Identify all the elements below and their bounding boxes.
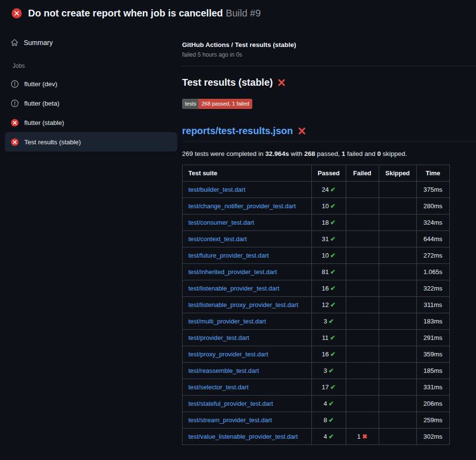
test-suite-link[interactable]: test/multi_provider_test.dart	[188, 318, 266, 325]
report-body: Test results (stable) tests 268 passed, …	[182, 77, 476, 445]
table-row: test/builder_test.dart24✔375ms	[183, 182, 450, 198]
test-suite-link[interactable]: test/consumer_test.dart	[188, 219, 254, 226]
time-cell-value: 291ms	[424, 334, 443, 341]
sidebar-job-item[interactable]: flutter (stable)	[5, 113, 177, 132]
passed-cell-value: 16	[322, 351, 329, 358]
test-suite-link[interactable]: test/listenable_provider_test.dart	[188, 285, 279, 292]
skipped-cell	[379, 412, 416, 429]
test-suite-link[interactable]: test/change_notifier_provider_test.dart	[188, 202, 296, 210]
report-file-link[interactable]: reports/test-results.json	[182, 125, 293, 137]
jobs-list: flutter (dev)flutter (beta)flutter (stab…	[0, 74, 182, 152]
time-cell-value: 272ms	[424, 252, 443, 259]
section-title: Test results (stable)	[182, 77, 476, 88]
failed-cell	[346, 396, 379, 412]
time-cell: 185ms	[416, 363, 449, 379]
summary-duration: 32.964s	[265, 150, 289, 157]
test-suite-link[interactable]: test/builder_test.dart	[188, 186, 246, 193]
table-row: test/proxy_provider_test.dart16✔359ms	[183, 346, 450, 363]
skipped-cell	[379, 346, 416, 363]
job-label: Test results (stable)	[24, 138, 81, 146]
test-results-table: Test suite Passed Failed Skipped Time te…	[182, 165, 450, 445]
column-header-skipped: Skipped	[379, 165, 416, 182]
sidebar-item-label: Summary	[24, 39, 53, 46]
sidebar: Summary Jobs flutter (dev)flutter (beta)…	[0, 25, 182, 152]
tests-badge-value: 268 passed, 1 failed	[199, 99, 252, 109]
skipped-cell	[379, 379, 416, 396]
test-suite-link[interactable]: test/stateful_provider_test.dart	[188, 400, 273, 407]
test-suite-link[interactable]: test/selector_test.dart	[188, 383, 248, 391]
skipped-cell	[379, 198, 416, 215]
run-title-line: Do not create report when job is cancell…	[28, 8, 261, 19]
pass-check-icon: ✔	[330, 383, 336, 391]
failed-cell	[346, 247, 379, 264]
table-row: test/future_provider_test.dart10✔272ms	[183, 247, 450, 264]
column-header-failed: Failed	[346, 165, 379, 182]
failed-cell	[346, 280, 379, 297]
test-suite-cell: test/inherited_provider_test.dart	[183, 264, 312, 280]
summary-text: skipped.	[381, 150, 407, 157]
test-suite-link[interactable]: test/proxy_provider_test.dart	[188, 351, 268, 358]
test-suite-link[interactable]: test/reassemble_test.dart	[188, 367, 259, 374]
passed-cell-value: 10	[322, 252, 329, 259]
summary-text: 269 tests were completed in	[182, 150, 265, 157]
run-status-line: failed 5 hours ago in 0s	[182, 51, 476, 58]
skipped-cell	[379, 363, 416, 379]
time-cell: 302ms	[416, 429, 449, 445]
test-suite-link[interactable]: test/provider_test.dart	[188, 334, 249, 341]
test-suite-link[interactable]: test/inherited_provider_test.dart	[188, 268, 277, 276]
table-row: test/context_test.dart31✔644ms	[183, 231, 450, 247]
time-cell: 644ms	[416, 231, 449, 247]
test-suite-link[interactable]: test/listenable_proxy_provider_test.dart	[188, 301, 298, 308]
failed-cell-value: 1	[357, 433, 360, 440]
passed-cell-value: 3	[323, 367, 327, 374]
column-header-passed: Passed	[312, 165, 346, 182]
pass-check-icon: ✔	[328, 416, 334, 424]
skipped-cell	[379, 313, 416, 330]
time-cell-value: 331ms	[424, 383, 443, 391]
pass-check-icon: ✔	[330, 351, 336, 358]
time-cell: 183ms	[416, 313, 449, 330]
passed-cell: 10✔	[312, 247, 346, 264]
time-cell-value: 302ms	[424, 433, 443, 440]
passed-cell: 3✔	[312, 363, 346, 379]
test-suite-cell: test/value_listenable_provider_test.dart	[183, 429, 312, 445]
pass-check-icon: ✔	[330, 202, 336, 210]
passed-cell-value: 4	[323, 433, 327, 440]
test-suite-cell: test/proxy_provider_test.dart	[183, 346, 312, 363]
test-suite-link[interactable]: test/value_listenable_provider_test.dart	[188, 433, 298, 440]
passed-cell: 17✔	[312, 379, 346, 396]
sidebar-item-summary[interactable]: Summary	[5, 33, 177, 52]
job-label: flutter (dev)	[24, 80, 57, 88]
table-row: test/reassemble_test.dart3✔185ms	[183, 363, 450, 379]
pass-check-icon: ✔	[328, 400, 334, 407]
report-file-heading: reports/test-results.json	[182, 125, 476, 142]
time-cell: 359ms	[416, 346, 449, 363]
sidebar-job-item[interactable]: flutter (beta)	[5, 93, 177, 113]
test-suite-link[interactable]: test/future_provider_test.dart	[188, 252, 269, 259]
pass-check-icon: ✔	[328, 318, 334, 325]
time-cell: 291ms	[416, 330, 449, 346]
test-summary-sentence: 269 tests were completed in 32.964s with…	[182, 150, 461, 157]
time-cell: 331ms	[416, 379, 449, 396]
pass-check-icon: ✔	[330, 285, 336, 292]
test-suite-cell: test/listenable_provider_test.dart	[183, 280, 312, 297]
test-suite-cell: test/consumer_test.dart	[183, 215, 312, 231]
table-row: test/multi_provider_test.dart3✔183ms	[183, 313, 450, 330]
time-cell-value: 183ms	[424, 318, 443, 325]
sidebar-job-item[interactable]: Test results (stable)	[5, 132, 177, 152]
test-suite-cell: test/reassemble_test.dart	[183, 363, 312, 379]
failed-cell	[346, 297, 379, 313]
test-suite-cell: test/context_test.dart	[183, 231, 312, 247]
pass-check-icon: ✔	[330, 219, 336, 226]
time-cell: 272ms	[416, 247, 449, 264]
passed-cell: 8✔	[312, 412, 346, 429]
home-icon	[11, 39, 18, 46]
passed-cell-value: 18	[322, 219, 329, 226]
time-cell-value: 375ms	[424, 186, 443, 193]
sidebar-job-item[interactable]: flutter (dev)	[5, 74, 177, 93]
test-suite-link[interactable]: test/context_test.dart	[188, 235, 247, 243]
failed-cell	[346, 231, 379, 247]
run-failed-icon	[12, 8, 22, 18]
test-suite-cell: test/provider_test.dart	[183, 330, 312, 346]
test-suite-link[interactable]: test/stream_provider_test.dart	[188, 416, 272, 424]
